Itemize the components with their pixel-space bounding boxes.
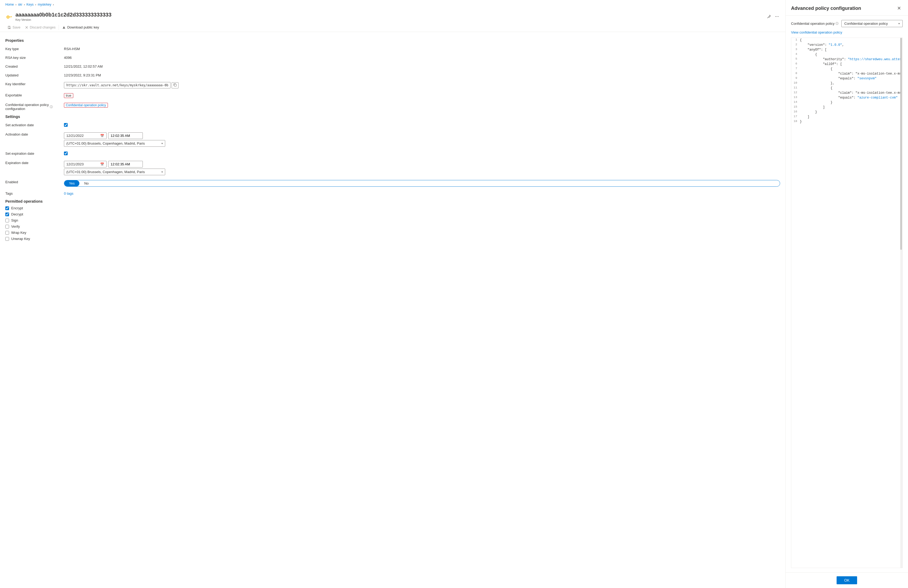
permitted-operations-title: Permitted operations: [5, 199, 780, 204]
advanced-policy-panel: Advanced policy configuration ✕ Confiden…: [786, 0, 908, 588]
page-title: aaaaaaaa0b0b1c1c2d2d333333333333: [16, 12, 763, 18]
updated-row: Updated 12/23/2022, 9:23:31 PM: [5, 72, 780, 77]
page-header: aaaaaaaa0b0b1c1c2d2d333333333333 Key Ver…: [0, 9, 786, 23]
expiration-timezone-select[interactable]: (UTC+01:00) Brussels, Copenhagen, Madrid…: [64, 169, 165, 175]
more-options-button[interactable]: [774, 13, 780, 20]
svg-rect-8: [8, 28, 10, 29]
key-id-label: Key Identifier: [5, 81, 64, 86]
key-icon: [5, 13, 13, 20]
download-public-key-button[interactable]: Download public key: [60, 24, 101, 31]
activation-tz-chevron: ▾: [161, 142, 163, 145]
toggle-yes-button[interactable]: Yes: [64, 180, 79, 186]
breadcrumb-skr[interactable]: skr: [18, 3, 23, 6]
ok-button[interactable]: OK: [837, 576, 857, 584]
svg-point-6: [777, 16, 777, 17]
svg-point-1: [8, 16, 8, 18]
enabled-row: Enabled Yes No: [5, 179, 780, 187]
rsa-size-value: 4096: [64, 55, 780, 59]
confidential-label: Confidential operation policyconfigurati…: [5, 102, 64, 111]
code-line: 14 }: [791, 100, 902, 105]
tags-row: Tags 0 tags: [5, 190, 780, 196]
save-button[interactable]: Save: [5, 24, 23, 31]
perm-label-sign: Sign: [11, 218, 18, 222]
code-line: 13 "equals": "azure-compliant-cvm": [791, 95, 902, 100]
set-expiration-checkbox[interactable]: [64, 151, 68, 155]
code-line: 16 }: [791, 110, 902, 114]
expiration-tz-chevron: ▾: [161, 170, 163, 174]
enabled-label: Enabled: [5, 179, 64, 184]
download-label: Download public key: [67, 25, 99, 29]
confidential-policy-button[interactable]: Confidential operation policy: [64, 103, 108, 108]
perm-row: Sign: [5, 218, 780, 222]
expiration-time-input[interactable]: [108, 161, 143, 167]
set-expiration-label: Set expiration date: [5, 151, 64, 156]
set-activation-checkbox[interactable]: [64, 123, 68, 127]
set-expiration-row: Set expiration date: [5, 151, 780, 156]
toggle-no-button[interactable]: No: [79, 180, 93, 186]
code-scrollbar[interactable]: [900, 38, 902, 568]
svg-point-5: [775, 16, 776, 17]
code-line: 10 },: [791, 81, 902, 86]
tags-link[interactable]: 0 tags: [64, 191, 73, 196]
perm-row: Decrypt: [5, 212, 780, 216]
pin-button[interactable]: [766, 13, 772, 20]
breadcrumb-keys[interactable]: Keys: [26, 3, 34, 6]
confidential-info-icon[interactable]: ⓘ: [50, 105, 53, 109]
enabled-toggle: Yes No: [64, 179, 780, 187]
yes-no-toggle: Yes No: [64, 180, 780, 187]
expiration-date-value: 12/21/2023 📅 (UTC+01:00) Brussels, Copen…: [64, 160, 780, 175]
svg-rect-10: [174, 84, 176, 86]
panel-close-button[interactable]: ✕: [895, 5, 903, 12]
perm-checkbox-sign[interactable]: [5, 218, 9, 222]
code-line: 3 "anyOf": [: [791, 47, 902, 52]
view-policy-link[interactable]: View confidential operation policy: [791, 31, 903, 34]
expiration-calendar-icon: 📅: [100, 162, 104, 166]
rsa-size-label: RSA key size: [5, 55, 64, 59]
activation-time-input[interactable]: [108, 132, 143, 139]
panel-header: Advanced policy configuration ✕: [786, 0, 908, 16]
created-label: Created: [5, 63, 64, 68]
code-line: 7 {: [791, 67, 902, 71]
perm-label-unwrap-key: Unwrap Key: [11, 237, 30, 241]
properties-title: Properties: [5, 39, 780, 43]
activation-date-input[interactable]: 12/21/2022 📅: [64, 132, 106, 139]
set-activation-row: Set activation date: [5, 122, 780, 128]
expiration-date-row: Expiration date 12/21/2023 📅 (UTC+01:00)…: [5, 160, 780, 175]
breadcrumb-home[interactable]: Home: [5, 3, 14, 6]
activation-calendar-icon: 📅: [100, 134, 104, 138]
svg-rect-4: [11, 16, 12, 17]
svg-rect-3: [11, 16, 11, 17]
expiration-date-input[interactable]: 12/21/2023 📅: [64, 161, 106, 167]
exportable-value: true: [64, 92, 780, 98]
activation-timezone-select[interactable]: (UTC+01:00) Brussels, Copenhagen, Madrid…: [64, 140, 165, 147]
panel-title: Advanced policy configuration: [791, 6, 861, 11]
perm-checkbox-unwrap-key[interactable]: [5, 237, 9, 241]
tags-value: 0 tags: [64, 190, 780, 196]
code-line: 15 ]: [791, 105, 902, 110]
svg-point-7: [778, 16, 779, 17]
perm-row: Verify: [5, 225, 780, 228]
perm-checkbox-verify[interactable]: [5, 225, 9, 228]
key-id-value: [64, 81, 780, 88]
key-id-input[interactable]: [64, 82, 171, 88]
created-row: Created 12/21/2022, 12:02:57 AM: [5, 63, 780, 68]
copy-key-id-button[interactable]: [172, 82, 179, 88]
perm-checkbox-decrypt[interactable]: [5, 212, 9, 216]
perm-label-wrap-key: Wrap Key: [11, 231, 26, 235]
activation-date-label: Activation date: [5, 131, 64, 137]
activation-tz-value: (UTC+01:00) Brussels, Copenhagen, Madrid…: [66, 141, 145, 145]
exportable-badge: true: [64, 93, 73, 98]
key-id-row: Key Identifier: [5, 81, 780, 88]
perm-checkbox-wrap-key[interactable]: [5, 231, 9, 235]
tags-label: Tags: [5, 190, 64, 196]
discard-button[interactable]: Discard changes: [23, 24, 58, 31]
svg-rect-9: [8, 26, 10, 27]
panel-footer: OK: [786, 572, 908, 588]
discard-label: Discard changes: [30, 25, 56, 29]
perm-checkbox-encrypt[interactable]: [5, 206, 9, 210]
exportable-label: Exportable: [5, 92, 64, 97]
toolbar: Save Discard changes Download public key: [0, 23, 786, 32]
policy-info-icon[interactable]: ⓘ: [836, 22, 839, 26]
policy-select[interactable]: Confidential operation policy ▾: [841, 20, 903, 27]
breadcrumb-myskrkey[interactable]: myskrkey: [38, 3, 52, 6]
